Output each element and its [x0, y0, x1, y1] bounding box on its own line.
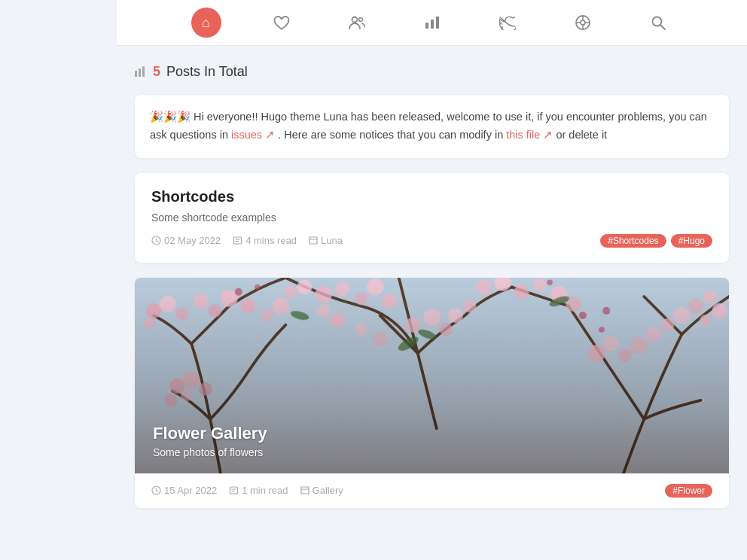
posts-header: 5 Posts In Total: [135, 64, 729, 80]
post-card-shortcodes: Shortcodes Some shortcode examples 02 Ma…: [135, 173, 729, 263]
svg-point-1: [358, 18, 362, 22]
svg-rect-86: [230, 487, 238, 494]
content-area: 5 Posts In Total 🎉🎉🎉 Hi everyone!! Hugo …: [117, 46, 747, 560]
svg-rect-3: [431, 20, 434, 29]
tag-flower[interactable]: #Flower: [665, 484, 712, 498]
post-image-overlay: Flower Gallery Some photos of flowers: [135, 409, 285, 473]
github-nav-icon[interactable]: [568, 8, 598, 38]
notice-box: 🎉🎉🎉 Hi everyone!! Hugo theme Luna has be…: [135, 95, 729, 158]
svg-rect-4: [436, 17, 439, 29]
notice-emoji: 🎉🎉🎉: [150, 111, 191, 123]
flower-gallery-tags: #Flower: [665, 484, 712, 498]
post-readtime: 4 mins read: [233, 235, 297, 246]
svg-point-6: [581, 20, 585, 25]
post-meta: 02 May 2022 4 mins read Luna #Shortcodes…: [151, 234, 712, 248]
flower-gallery-title: Flower Gallery: [153, 424, 267, 443]
svg-point-0: [352, 17, 357, 23]
post-category: Luna: [309, 235, 343, 246]
svg-line-12: [660, 26, 665, 30]
tag-shortcodes[interactable]: #Shortcodes: [600, 234, 666, 248]
notice-end-text: or delete it: [556, 129, 607, 141]
this-file-link[interactable]: this file ↗: [506, 129, 553, 141]
heart-nav-icon[interactable]: [267, 8, 297, 38]
svg-point-11: [652, 17, 661, 26]
svg-line-85: [157, 491, 159, 492]
svg-rect-19: [234, 237, 242, 244]
issues-link[interactable]: issues ↗: [231, 129, 275, 141]
post-card-flower-gallery: Flower Gallery Some photos of flowers 15…: [135, 278, 729, 508]
left-panel: [0, 0, 117, 560]
home-nav-icon[interactable]: ⌂: [191, 8, 221, 38]
post-date: 02 May 2022: [151, 235, 221, 246]
flower-gallery-desc: Some photos of flowers: [153, 446, 267, 458]
svg-rect-15: [142, 66, 145, 77]
svg-rect-13: [135, 71, 137, 77]
tag-hugo[interactable]: #Hugo: [671, 234, 712, 248]
svg-rect-2: [425, 23, 428, 29]
flower-gallery-readtime: 1 min read: [229, 485, 288, 496]
flower-gallery-date: 15 Apr 2022: [151, 485, 217, 496]
people-nav-icon[interactable]: [342, 8, 372, 38]
notice-middle-text: . Here are some notices that you can mod…: [278, 129, 506, 141]
post-description: Some shortcode examples: [151, 212, 712, 224]
main-content: ⌂: [117, 0, 747, 560]
post-tags: #Shortcodes #Hugo: [600, 234, 712, 248]
stats-nav-icon[interactable]: [417, 8, 447, 38]
top-navigation: ⌂: [117, 0, 747, 46]
svg-line-18: [157, 241, 159, 242]
svg-rect-14: [139, 68, 141, 77]
twitter-nav-icon[interactable]: [492, 8, 523, 38]
posts-label: Posts In Total: [166, 64, 248, 80]
post-image-container[interactable]: Flower Gallery Some photos of flowers: [135, 278, 729, 473]
search-nav-icon[interactable]: [643, 8, 673, 38]
flower-gallery-category: Gallery: [300, 485, 343, 496]
posts-chart-icon: [135, 65, 147, 80]
post-title[interactable]: Shortcodes: [151, 188, 712, 205]
flower-gallery-meta: 15 Apr 2022 1 min read Gallery #Flower: [135, 473, 729, 508]
posts-count: 5: [153, 64, 160, 80]
